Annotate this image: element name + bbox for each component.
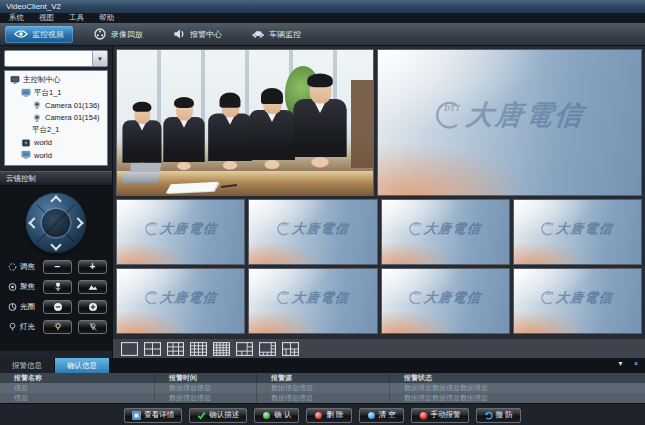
tree-item[interactable]: Camera 01(154) xyxy=(5,112,107,125)
tree-item-label: world xyxy=(34,151,52,160)
menu-item[interactable]: 帮助 xyxy=(99,13,114,23)
alarm-action-button[interactable]: 手动报警 xyxy=(411,408,469,423)
focus-target-icon xyxy=(8,282,17,292)
tree-item[interactable]: 平台2_1 xyxy=(5,124,107,137)
layout-25-button[interactable] xyxy=(213,342,230,356)
toolbar-tab-label: 监控视频 xyxy=(32,29,64,40)
ptz-right-button[interactable] xyxy=(72,217,83,228)
layout-10-button[interactable] xyxy=(282,342,299,356)
video-tile[interactable]: DTT大唐電信 xyxy=(248,268,377,334)
video-tile-people[interactable] xyxy=(116,49,374,196)
alarm-action-label: 清 空 xyxy=(379,410,396,420)
title-bar[interactable]: VideoClient_V2 xyxy=(0,0,645,13)
alarm-tab[interactable]: 确认信息 xyxy=(55,358,109,373)
layout-4-button[interactable] xyxy=(144,342,161,356)
ptz-iris-plus-button[interactable] xyxy=(78,300,107,314)
alarm-action-button[interactable]: 确认描述 xyxy=(189,408,247,423)
menu-item[interactable]: 系统 xyxy=(9,13,24,23)
tree-item[interactable]: 平台1_1 xyxy=(5,87,107,100)
toolbar-tab[interactable]: 车辆监控 xyxy=(242,26,310,43)
ptz-iris-minus-button[interactable] xyxy=(43,300,72,314)
table-row[interactable]: 信息数据信息信息数据信息信息数据信息数据信息数据信息 xyxy=(0,393,645,403)
ptz-minus-button[interactable]: − xyxy=(43,260,72,274)
ptz-bulb-off-button[interactable] xyxy=(78,320,107,334)
layout-6-button[interactable] xyxy=(236,342,253,356)
ptz-control-row: 灯光 xyxy=(0,320,112,334)
combo-dropdown-button[interactable]: ▼ xyxy=(92,51,107,66)
menu-item[interactable]: 视图 xyxy=(39,13,54,23)
layout-1-button[interactable] xyxy=(121,342,138,356)
collapse-panel-button[interactable]: ▼ xyxy=(617,360,624,367)
close-panel-button[interactable]: × xyxy=(634,360,638,367)
video-tile[interactable]: DTT大唐電信 xyxy=(381,199,510,265)
person-figure xyxy=(208,95,252,179)
menu-item[interactable]: 工具 xyxy=(69,13,84,23)
layout-9-button[interactable] xyxy=(167,342,184,356)
alarm-cell: 数据信息信息 xyxy=(155,393,257,403)
alarm-action-label: 手动报警 xyxy=(431,410,461,420)
table-row[interactable]: 信息数据信息信息数据信息信息数据信息数据信息数据信息 xyxy=(0,383,645,393)
video-tile[interactable]: DTT大唐電信 xyxy=(513,268,642,334)
alarm-action-button[interactable]: 撤 防 xyxy=(476,408,521,423)
alarm-action-button[interactable]: 清 空 xyxy=(359,408,404,423)
datang-logo-watermark: DTT大唐電信 xyxy=(409,289,481,307)
tree-item[interactable]: 主控制中心 xyxy=(5,74,107,87)
tree-item-label: world xyxy=(34,138,52,147)
tree-item[interactable]: world xyxy=(5,137,107,150)
ptz-row-label: 光圈 xyxy=(8,302,37,312)
ptz-mountain-button[interactable] xyxy=(78,280,107,294)
layout-8-button[interactable] xyxy=(259,342,276,356)
monitor-blue-icon xyxy=(21,88,31,98)
ptz-bulb-on-button[interactable] xyxy=(43,320,72,334)
device-combo[interactable]: ▼ xyxy=(4,50,108,67)
toolbar-tab[interactable]: 监控视频 xyxy=(5,26,73,43)
ptz-center-knob[interactable] xyxy=(42,209,70,237)
ptz-left-button[interactable] xyxy=(28,217,39,228)
dtt-crescent-icon: DTT xyxy=(145,222,159,236)
ptz-macro-button[interactable] xyxy=(43,280,72,294)
video-tile[interactable]: DTT大唐電信 xyxy=(381,268,510,334)
alarm-cell: 数据信息信息 xyxy=(257,383,390,393)
datang-name-label: 大唐電信 xyxy=(555,220,614,238)
ptz-plus-button[interactable]: + xyxy=(78,260,107,274)
datang-logo-watermark: DTT大唐電信 xyxy=(541,289,613,307)
video-tile[interactable]: DTT大唐電信 xyxy=(116,268,245,334)
ptz-up-button[interactable] xyxy=(50,195,61,206)
alarm-action-label: 删 除 xyxy=(326,410,343,420)
ptz-row-label-text: 聚焦 xyxy=(20,282,35,292)
ptz-row-label: 聚焦 xyxy=(8,282,37,292)
tree-item[interactable]: Camera 01(136) xyxy=(5,99,107,112)
dot-green-icon xyxy=(262,411,271,420)
ptz-control-row: 光圈 xyxy=(0,300,112,314)
toolbar-tab[interactable]: 报警中心 xyxy=(163,26,231,43)
camera-icon xyxy=(32,100,42,110)
dtt-abbr-label: DTT xyxy=(546,223,554,227)
alarm-tab[interactable]: 报警信息 xyxy=(0,358,54,373)
speaker-icon xyxy=(172,28,186,40)
video-tile[interactable]: DTT大唐電信 xyxy=(513,199,642,265)
video-tile-logo-large[interactable]: DTT大唐電信 xyxy=(377,49,642,196)
alarm-action-label: 确 认 xyxy=(274,410,291,420)
layout-16-button[interactable] xyxy=(190,342,207,356)
dtt-abbr-label: DTT xyxy=(546,292,554,296)
datang-name-label: 大唐電信 xyxy=(464,97,587,133)
alarm-action-button[interactable]: 确 认 xyxy=(254,408,299,423)
video-client-window: VideoClient_V2 系统视图工具帮助 监控视频录像回放报警中心车辆监控… xyxy=(0,0,645,425)
video-tile[interactable]: DTT大唐電信 xyxy=(116,199,245,265)
ptz-panel-header[interactable]: 云镜控制 xyxy=(0,171,112,186)
datang-logo-watermark: DTT大唐電信 xyxy=(277,289,349,307)
device-dark-icon xyxy=(21,138,31,148)
ptz-down-button[interactable] xyxy=(50,239,61,250)
video-grid: DTT大唐電信 DTT大唐電信DTT大唐電信DTT大唐電信DTT大唐電信 DTT… xyxy=(113,46,645,338)
tree-item[interactable]: world xyxy=(5,149,107,162)
datang-logo-watermark: DTT大唐電信 xyxy=(277,220,349,238)
alarm-column-header: 报警名称 xyxy=(0,373,155,383)
person-figure xyxy=(163,100,204,179)
dtt-crescent-icon: DTT xyxy=(541,222,555,236)
toolbar-tab[interactable]: 录像回放 xyxy=(84,26,152,43)
alarm-action-button[interactable]: 删 除 xyxy=(306,408,351,423)
alarm-action-label: 查看详情 xyxy=(144,410,174,420)
video-tile[interactable]: DTT大唐電信 xyxy=(248,199,377,265)
datang-name-label: 大唐電信 xyxy=(159,289,218,307)
alarm-action-button[interactable]: 查看详情 xyxy=(124,408,182,423)
